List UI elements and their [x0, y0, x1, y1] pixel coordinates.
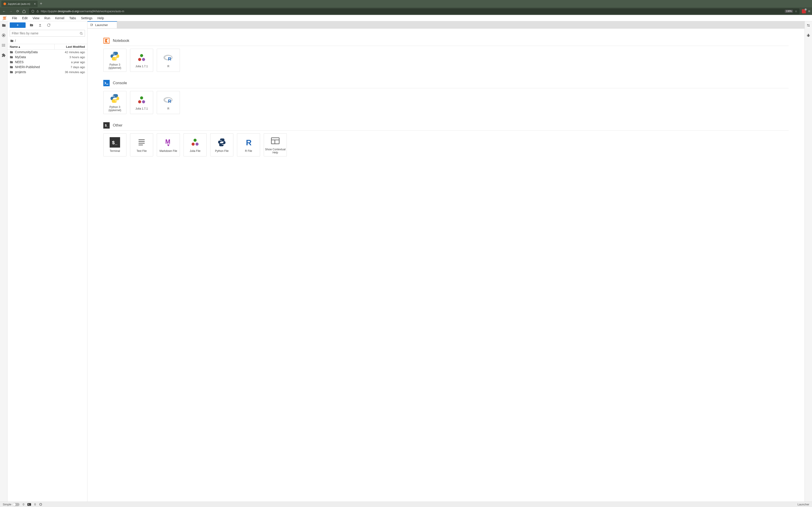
- svg-text:M: M: [165, 138, 170, 145]
- bookmark-star-icon[interactable]: ☆: [795, 10, 797, 13]
- menu-tabs[interactable]: Tabs: [67, 15, 79, 21]
- r-icon: R: [163, 53, 173, 63]
- extensions-tab-icon[interactable]: [1, 53, 6, 57]
- menu-file[interactable]: File: [9, 15, 20, 21]
- new-tab-button[interactable]: +: [38, 1, 45, 6]
- menu-help[interactable]: Help: [95, 15, 106, 21]
- svg-point-29: [113, 95, 114, 96]
- launcher-card[interactable]: Julia 1.7.1: [130, 91, 153, 114]
- launcher-card[interactable]: Python 3 (ipykernel): [103, 49, 126, 72]
- new-folder-icon[interactable]: [30, 23, 34, 27]
- terminal-icon: $_: [110, 137, 120, 148]
- file-row[interactable]: NHERI-Published7 days ago: [7, 64, 87, 69]
- browser-tab-strip: JupyterLab (auto-m) × +: [0, 0, 812, 7]
- close-icon[interactable]: ×: [34, 2, 36, 6]
- launcher-card[interactable]: Text File: [130, 133, 153, 156]
- file-filter-input[interactable]: [12, 32, 80, 35]
- jupyter-favicon-icon: [3, 2, 6, 5]
- launcher-card[interactable]: MMarkdown File: [157, 133, 180, 156]
- menu-settings[interactable]: Settings: [79, 15, 95, 21]
- file-modified: a year ago: [71, 60, 85, 64]
- help-icon: [270, 135, 281, 146]
- launcher-card[interactable]: $_Terminal: [103, 133, 126, 156]
- menu-run[interactable]: Run: [42, 15, 53, 21]
- forward-button[interactable]: →: [9, 9, 13, 13]
- launcher-card[interactable]: Julia 1.7.1: [130, 49, 153, 72]
- launcher-card[interactable]: Python 3 (ipykernel): [103, 91, 126, 114]
- status-right-mode[interactable]: Launcher: [798, 503, 809, 506]
- folder-icon: [10, 39, 14, 43]
- filebrowser-tab-icon[interactable]: [1, 23, 6, 27]
- right-activity-bar: [805, 21, 812, 502]
- zoom-badge[interactable]: 130%: [785, 10, 793, 13]
- svg-point-60: [808, 34, 809, 35]
- svg-point-46: [194, 139, 196, 142]
- browser-tab[interactable]: JupyterLab (auto-m) ×: [1, 1, 38, 7]
- file-row[interactable]: projects36 minutes ago: [7, 69, 87, 74]
- menu-view[interactable]: View: [30, 15, 42, 21]
- file-row[interactable]: CommunityData42 minutes ago: [7, 50, 87, 55]
- extension-badge-icon[interactable]: [802, 9, 806, 13]
- menu-kernel[interactable]: Kernel: [53, 15, 67, 21]
- file-filter-box[interactable]: [10, 30, 85, 37]
- property-inspector-icon[interactable]: [806, 23, 811, 27]
- file-list: CommunityData42 minutes agoMyData3 hours…: [7, 50, 87, 502]
- launcher-tab-label: Launcher: [95, 23, 108, 27]
- left-activity-bar: [0, 21, 7, 502]
- launcher-card[interactable]: RR File: [237, 133, 260, 156]
- terminal-section-icon: $_: [103, 122, 110, 128]
- simple-mode-toggle[interactable]: Simple: [3, 503, 19, 506]
- svg-text:$_: $_: [112, 139, 117, 145]
- browser-chrome: JupyterLab (auto-m) × + ← → ⟳ https://ju…: [0, 0, 812, 15]
- section-console: Console Python 3 (ipykernel)Julia 1.7.1R…: [103, 80, 789, 114]
- file-name: NEES: [15, 60, 71, 64]
- card-label: Julia 1.7.1: [135, 107, 149, 110]
- menu-edit[interactable]: Edit: [20, 15, 30, 21]
- launcher-card[interactable]: Julia File: [184, 133, 207, 156]
- reload-button[interactable]: ⟳: [15, 9, 20, 13]
- python-file-icon: [217, 137, 227, 148]
- file-row[interactable]: NEESa year ago: [7, 60, 87, 64]
- launcher-card[interactable]: RR: [157, 49, 180, 72]
- back-button[interactable]: ←: [2, 9, 6, 13]
- launcher-card[interactable]: Python File: [210, 133, 233, 156]
- svg-point-59: [807, 35, 809, 37]
- file-row[interactable]: MyData3 hours ago: [7, 55, 87, 60]
- svg-point-22: [138, 58, 141, 61]
- cards-console: Python 3 (ipykernel)Julia 1.7.1RR: [103, 91, 789, 114]
- svg-rect-50: [271, 137, 280, 144]
- svg-line-16: [82, 34, 83, 35]
- debugger-icon[interactable]: [806, 33, 811, 38]
- svg-text:$_: $_: [105, 124, 108, 127]
- home-button[interactable]: [22, 9, 27, 13]
- toc-tab-icon[interactable]: [1, 43, 6, 48]
- col-modified-header[interactable]: Last Modified: [54, 44, 87, 49]
- svg-point-32: [138, 100, 141, 103]
- hamburger-menu-icon[interactable]: ≡: [808, 9, 810, 13]
- markdown-icon: M: [163, 137, 173, 148]
- search-icon: [80, 32, 83, 35]
- folder-icon: [10, 60, 13, 64]
- kernel-status-icon[interactable]: [39, 503, 42, 506]
- file-modified: 3 hours ago: [69, 55, 85, 59]
- launcher-tab[interactable]: Launcher: [88, 21, 117, 28]
- open-tabs-count[interactable]: 0: [23, 503, 24, 506]
- launcher-card[interactable]: Show Contextual Help: [264, 133, 287, 156]
- launcher-card[interactable]: RR: [157, 91, 180, 114]
- running-tab-icon[interactable]: [1, 33, 6, 38]
- terminals-count[interactable]: 0: [34, 503, 36, 506]
- upload-icon[interactable]: [38, 23, 43, 27]
- card-label: Julia 1.7.1: [135, 65, 149, 68]
- file-modified: 36 minutes ago: [65, 70, 85, 74]
- section-header: Notebook: [103, 38, 789, 46]
- svg-point-2: [3, 16, 6, 18]
- svg-text:R: R: [168, 56, 171, 61]
- breadcrumb[interactable]: /: [7, 38, 87, 44]
- new-launcher-button[interactable]: +: [10, 22, 26, 28]
- svg-point-21: [140, 54, 143, 57]
- svg-point-19: [113, 53, 114, 53]
- col-name-header[interactable]: Name ▴: [7, 44, 54, 49]
- julia-icon: [136, 95, 147, 105]
- refresh-icon[interactable]: [47, 23, 51, 27]
- url-box[interactable]: https://jupyter.designsafe-ci.org/user/v…: [29, 8, 800, 14]
